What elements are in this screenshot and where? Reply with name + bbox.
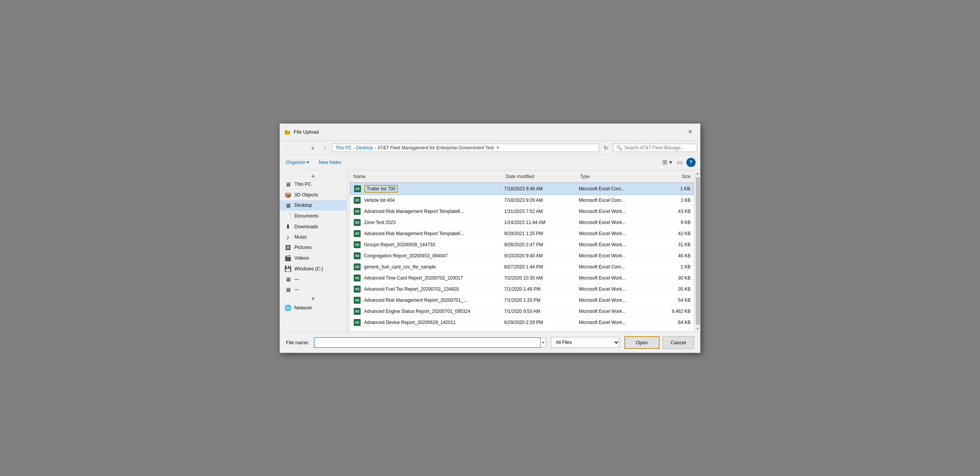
file-size: 54 KB xyxy=(651,297,694,304)
organize-bar: Organize ▾ New folder ⊞ ▾ ▭ ? xyxy=(280,155,700,170)
table-row[interactable]: XEZone Test 20231/24/2023 11:44 AMMicros… xyxy=(350,217,694,228)
forward-button[interactable]: → xyxy=(295,142,306,153)
organize-right: ⊞ ▾ ▭ ? xyxy=(662,157,696,168)
file-type-select[interactable]: All Files xyxy=(551,337,620,348)
column-type[interactable]: Type xyxy=(577,173,651,180)
excel-icon: XE xyxy=(354,308,361,315)
breadcrumb-dropdown-button[interactable]: ▾ xyxy=(497,145,499,150)
scrollbar-thumb[interactable] xyxy=(696,177,700,325)
back-button[interactable]: ← xyxy=(283,142,294,153)
excel-icon: XE xyxy=(354,185,361,192)
view-toggle-button[interactable]: ⊞ ▾ xyxy=(662,157,673,168)
file-name-text: Advanced Risk Management Report_20200701… xyxy=(364,298,467,303)
file-name-cell: XECongregation Report_20200910_094047 xyxy=(350,252,501,260)
sidebar-label-videos: Videos xyxy=(294,255,309,261)
action-buttons: Open Cancel xyxy=(624,336,694,349)
table-row[interactable]: XECongregation Report_20200910_0940479/1… xyxy=(350,250,694,262)
table-row[interactable]: XEgeneric_fuel_card_csv_file_sample8/27/… xyxy=(350,262,694,273)
sidebar: ▲ 🖥 This PC 📦 3D Objects 🖥 Desktop 📄 Doc… xyxy=(280,170,347,332)
sidebar-item-3d-objects[interactable]: 📦 3D Objects xyxy=(280,190,346,200)
file-name-cell: XEVehicle list 404 xyxy=(350,196,501,204)
sidebar-item-documents[interactable]: 📄 Documents xyxy=(280,211,346,221)
file-size: 64 KB xyxy=(651,319,694,326)
file-date: 7/1/2020 1:20 PM xyxy=(501,297,576,304)
sidebar-item-device1[interactable]: 🖥 — xyxy=(280,274,346,285)
sidebar-label-3d-objects: 3D Objects xyxy=(294,192,318,198)
table-row[interactable]: XEAdvanced Risk Management Report_202007… xyxy=(350,295,694,306)
file-size: 30 KB xyxy=(651,275,694,281)
file-name-text: Advanced Device Report_20200629_142011 xyxy=(364,320,456,325)
close-button[interactable]: × xyxy=(685,127,696,137)
file-name-input[interactable] xyxy=(314,337,541,348)
file-name-cell: XEAdvanced Risk Management Report_202007… xyxy=(350,296,501,304)
table-row[interactable]: XEGroups Report_20200928_1447339/28/2020… xyxy=(350,239,694,250)
preview-pane-button[interactable]: ▭ xyxy=(674,157,685,168)
sidebar-item-network[interactable]: 🌐 Network xyxy=(280,303,346,313)
breadcrumb[interactable]: This PC › Desktop › AT&T Fleet Managemen… xyxy=(332,144,599,152)
sidebar-scroll-down[interactable]: ▼ xyxy=(280,295,346,303)
file-name-cell: XEAdvanced Engine Status Report_20200701… xyxy=(350,307,501,316)
sidebar-item-desktop[interactable]: 🖥 Desktop xyxy=(280,200,346,211)
file-list-header: Name Date modified Type Size xyxy=(350,171,694,183)
organize-left: Organize ▾ New folder xyxy=(284,159,343,166)
table-row[interactable]: XEVehicle list 4047/18/2023 9:29 AMMicro… xyxy=(350,195,694,206)
up-button[interactable]: ↑ xyxy=(320,142,330,153)
column-size[interactable]: Size xyxy=(651,173,694,180)
sidebar-label-downloads: Downloads xyxy=(294,224,318,229)
sidebar-item-this-pc[interactable]: 🖥 This PC xyxy=(280,179,346,190)
file-name-label: File name: xyxy=(286,340,309,345)
table-row[interactable]: XETrailer list 7007/18/2023 9:48 AMMicro… xyxy=(350,183,694,195)
file-date: 8/27/2020 1:44 PM xyxy=(501,263,576,270)
sidebar-item-pictures[interactable]: 🖼 Pictures xyxy=(280,242,346,253)
file-size: 1 KB xyxy=(651,197,694,204)
title-bar-left: File Upload xyxy=(284,129,319,135)
bottom-bar: File name: ▾ All Files Open Cancel xyxy=(280,332,700,353)
table-row[interactable]: XEAdvanced Fuel Tax Report_20200701_1349… xyxy=(350,284,694,295)
new-folder-button[interactable]: New folder xyxy=(317,159,343,166)
network-icon: 🌐 xyxy=(284,304,291,311)
column-date-modified[interactable]: Date modified xyxy=(503,173,577,180)
table-row[interactable]: XEAdvanced Risk Management Report Templa… xyxy=(350,206,694,217)
file-name-dropdown-button[interactable]: ▾ xyxy=(541,338,546,347)
sidebar-item-device2[interactable]: 🖥 — xyxy=(280,285,346,295)
file-list-container: Name Date modified Type Size XETrailer l… xyxy=(350,171,694,331)
file-name-text: Advanced Fuel Tax Report_20200701_134920 xyxy=(364,286,459,292)
sidebar-item-windows-c[interactable]: 💾 Windows (C:) xyxy=(280,263,346,274)
sidebar-label-this-pc: This PC xyxy=(294,182,311,187)
music-icon: ♪ xyxy=(284,234,291,240)
sidebar-item-downloads[interactable]: ⬇ Downloads xyxy=(280,221,346,232)
organize-button[interactable]: Organize ▾ xyxy=(284,159,311,166)
file-name-text: Trailer list 700 xyxy=(364,185,398,193)
file-name-cell: XETrailer list 700 xyxy=(351,184,501,193)
scroll-down-arrow[interactable]: ▼ xyxy=(695,326,701,332)
table-row[interactable]: XEAdvanced Device Report_20200629_142011… xyxy=(350,317,694,328)
sidebar-item-videos[interactable]: 🎬 Videos xyxy=(280,253,346,263)
table-row[interactable]: XEAdvanced Engine Status Report_20200701… xyxy=(350,306,694,317)
file-date: 9/28/2020 2:47 PM xyxy=(501,241,576,248)
documents-icon: 📄 xyxy=(284,213,291,219)
table-row[interactable]: XEAdvanced Time Card Report_20200702_103… xyxy=(350,273,694,284)
file-type: Microsoft Excel Work... xyxy=(576,297,650,304)
open-button[interactable]: Open xyxy=(624,336,660,349)
file-date: 1/31/2023 7:52 AM xyxy=(501,208,576,215)
help-button[interactable]: ? xyxy=(686,158,696,167)
refresh-button[interactable]: ↻ xyxy=(601,142,611,153)
dropdown-button[interactable]: ∨ xyxy=(307,142,318,153)
table-row[interactable]: XEAdvanced Risk Management Report Templa… xyxy=(350,228,694,239)
sidebar-scroll-up[interactable]: ▲ xyxy=(280,172,346,179)
file-name-text: Zone Test 2023 xyxy=(364,220,396,225)
file-size: 1 KB xyxy=(651,263,694,270)
search-input[interactable] xyxy=(624,145,686,150)
file-size: 46 KB xyxy=(651,252,694,259)
file-name-text: Advanced Time Card Report_20200702_10301… xyxy=(364,275,463,281)
sidebar-divider[interactable] xyxy=(347,170,349,332)
file-name-text: Advanced Engine Status Report_20200701_0… xyxy=(364,309,470,314)
content-area: ▲ 🖥 This PC 📦 3D Objects 🖥 Desktop 📄 Doc… xyxy=(280,170,700,332)
excel-icon: XE xyxy=(354,252,361,259)
cancel-button[interactable]: Cancel xyxy=(663,336,694,349)
videos-icon: 🎬 xyxy=(284,255,291,262)
sidebar-item-music[interactable]: ♪ Music xyxy=(280,232,346,242)
scroll-up-arrow[interactable]: ▲ xyxy=(695,170,701,177)
file-size: 31 KB xyxy=(651,241,694,248)
column-name[interactable]: Name xyxy=(350,173,503,180)
